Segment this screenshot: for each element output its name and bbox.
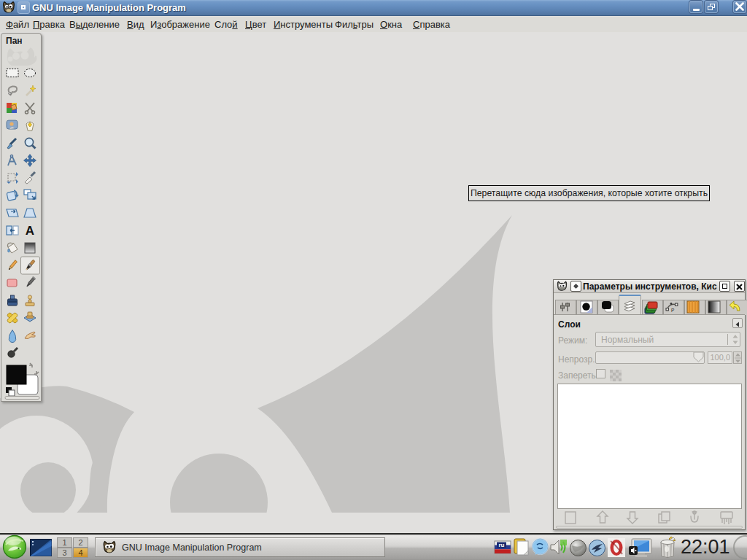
svg-text:A: A xyxy=(26,224,34,238)
svg-text:ru: ru xyxy=(499,542,505,548)
svg-text:P: P xyxy=(671,308,674,313)
